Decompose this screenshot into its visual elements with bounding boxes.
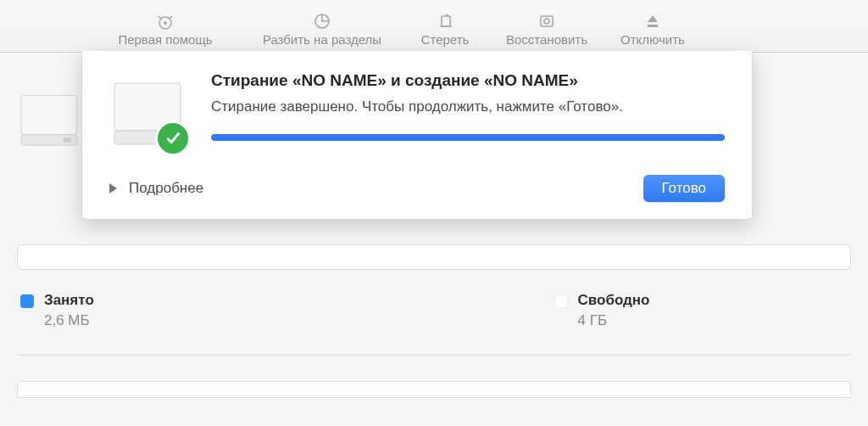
- svg-rect-4: [541, 16, 553, 26]
- erase-complete-sheet: Стирание «NO NAME» и создание «NO NAME» …: [81, 51, 753, 220]
- toolbar-label: Первая помощь: [118, 32, 212, 47]
- progress-bar: [211, 134, 725, 141]
- toolbar-label: Разбить на разделы: [263, 32, 381, 47]
- checkmark-badge-icon: [155, 121, 191, 156]
- used-value: 2,6 МБ: [44, 312, 94, 329]
- svg-rect-6: [648, 25, 658, 27]
- legend-free: Свободно 4 ГБ: [554, 292, 848, 329]
- svg-point-5: [544, 19, 549, 24]
- erase-button[interactable]: Стереть: [407, 12, 483, 47]
- first-aid-button[interactable]: Первая помощь: [93, 12, 237, 47]
- restore-icon: [535, 12, 559, 31]
- toolbar-label: Восстановить: [506, 32, 587, 47]
- done-button[interactable]: Готово: [643, 175, 726, 202]
- svg-rect-7: [21, 95, 77, 134]
- usage-legend: Занято 2,6 МБ Свободно 4 ГБ: [17, 292, 851, 356]
- secondary-bar: [17, 381, 851, 398]
- used-label: Занято: [44, 292, 94, 309]
- partition-button[interactable]: Разбить на разделы: [237, 12, 407, 47]
- restore-button[interactable]: Восстановить: [483, 12, 610, 47]
- partition-icon: [310, 12, 334, 31]
- background-disk-icon: [15, 85, 83, 153]
- free-swatch-icon: [554, 294, 568, 308]
- used-swatch-icon: [20, 294, 34, 308]
- details-toggle[interactable]: Подробнее: [109, 180, 203, 197]
- sheet-title: Стирание «NO NAME» и создание «NO NAME»: [211, 71, 725, 90]
- toolbar: Первая помощь Разбить на разделы Стереть…: [0, 0, 868, 53]
- toolbar-label: Стереть: [421, 32, 470, 47]
- disk-success-icon: [109, 71, 191, 151]
- first-aid-icon: [153, 12, 177, 31]
- eject-icon: [641, 12, 665, 31]
- usage-bar: [17, 244, 851, 270]
- free-value: 4 ГБ: [578, 312, 650, 329]
- sheet-subtitle: Стирание завершено. Чтобы продолжить, на…: [211, 98, 725, 115]
- free-label: Свободно: [578, 292, 650, 309]
- unmount-button[interactable]: Отключить: [610, 12, 695, 47]
- usage-section: Занято 2,6 МБ Свободно 4 ГБ: [17, 244, 851, 398]
- legend-used: Занято 2,6 МБ: [20, 292, 554, 329]
- progress-fill: [211, 134, 725, 141]
- toolbar-label: Отключить: [620, 32, 685, 47]
- erase-icon: [433, 12, 457, 31]
- disclosure-triangle-icon: [109, 183, 117, 193]
- details-label: Подробнее: [129, 180, 203, 197]
- svg-point-1: [164, 22, 166, 24]
- svg-rect-9: [64, 137, 71, 142]
- svg-rect-3: [442, 16, 450, 26]
